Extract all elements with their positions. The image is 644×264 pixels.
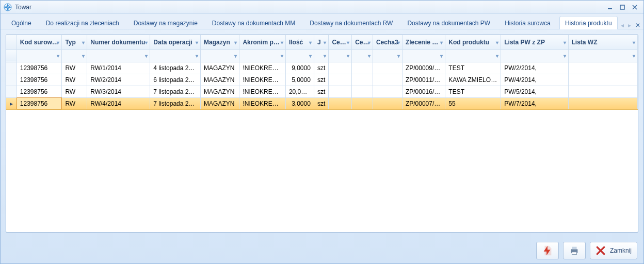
cell[interactable]: PW/2/2014, [501, 62, 568, 74]
cell[interactable]: RW [62, 62, 87, 74]
tab-dostawy-rw[interactable]: Dostawy na dokumentach RW [304, 16, 398, 29]
tab-do-realizacji[interactable]: Do realizacji na zleceniach [40, 16, 125, 29]
cell[interactable]: 12398756 [17, 97, 62, 109]
cell[interactable]: !NIEOKREŚL… [239, 86, 286, 97]
row-indicator[interactable] [6, 86, 17, 97]
funnel-icon[interactable]: ▾ [145, 53, 148, 59]
cell[interactable]: 7 listopada 2014 [150, 97, 201, 109]
cell[interactable] [352, 86, 373, 97]
col-kod-surowca[interactable]: Kod surowca▾ [17, 35, 62, 50]
tab-dostawy-mm[interactable]: Dostawy na dokumentach MM [206, 16, 301, 29]
filter-ilosc[interactable]: ▾ [285, 50, 314, 62]
funnel-icon[interactable]: ▾ [496, 53, 498, 59]
cell[interactable] [329, 97, 352, 109]
filter-data[interactable]: ▾ [150, 50, 201, 62]
cell[interactable] [568, 86, 638, 97]
filter-icon[interactable]: ▾ [564, 39, 566, 45]
cell[interactable] [373, 74, 402, 86]
col-jm[interactable]: J▾ [314, 35, 329, 50]
cell[interactable] [373, 97, 402, 109]
cell[interactable]: szt [314, 74, 329, 86]
tab-dostawy-pw[interactable]: Dostawy na dokumentach PW [401, 16, 496, 29]
table-row[interactable]: 12398756RWRW/2/20146 listopada 2014MAGAZ… [6, 74, 638, 86]
cell[interactable]: 7 listopada 2014 [150, 86, 201, 97]
cell[interactable]: ZP/00016/20… [402, 86, 445, 97]
cell[interactable] [373, 62, 402, 74]
col-akronim[interactable]: Akronim p…▾ [239, 35, 286, 50]
cell[interactable]: szt [314, 86, 329, 97]
cell[interactable]: RW/3/2014 [87, 86, 150, 97]
cell[interactable] [329, 62, 352, 74]
cell[interactable]: 4 listopada 2014 [150, 62, 201, 74]
cell[interactable] [352, 97, 373, 109]
filter-akronim[interactable]: ▾ [239, 50, 286, 62]
row-indicator[interactable]: ▸ [6, 97, 17, 109]
cell[interactable]: szt [314, 62, 329, 74]
filter-c2[interactable]: ▾ [352, 50, 373, 62]
cell[interactable]: MAGAZYN [201, 97, 239, 109]
cell[interactable]: MAGAZYN [201, 74, 239, 86]
funnel-icon[interactable]: ▾ [564, 53, 566, 59]
col-numer-dokumentu[interactable]: Numer dokumentu▾ [87, 35, 150, 50]
cell[interactable]: TEST [445, 62, 501, 74]
col-cecha3[interactable]: Cecha3▾ [373, 35, 402, 50]
cell[interactable] [568, 74, 638, 86]
filter-zlecenie[interactable]: ▾ [402, 50, 445, 62]
print-button[interactable] [563, 242, 586, 259]
filter-icon[interactable]: ▾ [281, 39, 283, 45]
maximize-button[interactable] [617, 3, 628, 12]
tab-scroll-left-icon[interactable]: ◂ [621, 22, 624, 29]
col-lista-pw[interactable]: Lista PW z ZP▾ [501, 35, 568, 50]
cell[interactable]: RW/1/2014 [87, 62, 150, 74]
col-magazyn[interactable]: Magazyn▾ [201, 35, 239, 50]
filter-icon[interactable]: ▾ [368, 39, 371, 45]
filter-icon[interactable]: ▾ [82, 39, 85, 45]
tab-historia-produktu[interactable]: Historia produktu [559, 16, 618, 29]
filter-listawz[interactable]: ▾ [568, 50, 638, 62]
cell[interactable]: 55 [445, 97, 501, 109]
cell[interactable]: ZP/00011/20… [402, 74, 445, 86]
funnel-icon[interactable]: ▾ [281, 53, 283, 59]
col-ilosc[interactable]: Ilość▾ [285, 35, 314, 50]
close-button[interactable]: Zamknij [590, 242, 637, 259]
cell[interactable]: PW/7/2014, [501, 97, 568, 109]
cell[interactable]: 5,0000 [285, 74, 314, 86]
filter-c1[interactable]: ▾ [329, 50, 352, 62]
cell[interactable]: 6 listopada 2014 [150, 74, 201, 86]
col-cecha1[interactable]: Cech…▾ [329, 35, 352, 50]
close-window-button[interactable] [629, 3, 640, 12]
filter-icon[interactable]: ▾ [347, 39, 349, 45]
cell[interactable]: RW [62, 97, 87, 109]
cell[interactable]: szt [314, 97, 329, 109]
col-lista-wz[interactable]: Lista WZ▾ [568, 35, 638, 50]
filter-icon[interactable]: ▾ [324, 39, 326, 45]
funnel-icon[interactable]: ▾ [347, 53, 349, 59]
cell[interactable]: 20,0000 [285, 86, 314, 97]
cell[interactable] [352, 62, 373, 74]
minimize-button[interactable] [604, 3, 616, 12]
row-selector-header[interactable] [6, 35, 17, 50]
cell[interactable]: 9,0000 [285, 62, 314, 74]
filter-icon[interactable]: ▾ [440, 39, 443, 45]
filter-icon[interactable]: ▾ [196, 39, 198, 45]
table-row[interactable]: 12398756RWRW/1/20144 listopada 2014MAGAZ… [6, 62, 638, 74]
filter-icon[interactable]: ▾ [309, 39, 312, 45]
cell[interactable]: !NIEOKREŚL… [239, 62, 286, 74]
cell[interactable]: ZP/00007/20… [402, 97, 445, 109]
cell[interactable]: MAGAZYN [201, 86, 239, 97]
funnel-icon[interactable]: ▾ [82, 53, 85, 59]
cell[interactable] [568, 62, 638, 74]
funnel-icon[interactable]: ▾ [440, 53, 443, 59]
cell[interactable]: !NIEOKREŚL… [239, 74, 286, 86]
filter-numer[interactable]: ▾ [87, 50, 150, 62]
filter-listapw[interactable]: ▾ [501, 50, 568, 62]
cell[interactable]: PW/5/2014, [501, 86, 568, 97]
cell[interactable]: PW/4/2014, [501, 74, 568, 86]
filter-icon[interactable]: ▾ [397, 39, 400, 45]
tab-ogolne[interactable]: Ogólne [6, 16, 37, 29]
cell[interactable] [373, 86, 402, 97]
filter-icon[interactable]: ▾ [234, 39, 237, 45]
funnel-icon[interactable]: ▾ [368, 53, 371, 59]
cell[interactable] [329, 74, 352, 86]
funnel-icon[interactable]: ▾ [324, 53, 326, 59]
